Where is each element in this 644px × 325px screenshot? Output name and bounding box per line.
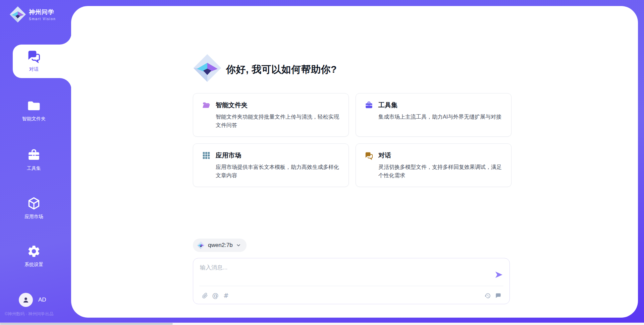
attachment-button[interactable] xyxy=(200,291,209,300)
send-button[interactable] xyxy=(494,270,503,280)
toolbox-icon xyxy=(365,101,373,110)
hashtag-button[interactable]: # xyxy=(221,291,231,300)
card-description: 智能文件夹功能支持批量文件上传与清洗，轻松实现文件问答 xyxy=(216,113,344,129)
card-description: 集成市场上主流工具，助力AI与外界无缝扩展与对接 xyxy=(378,113,506,121)
card-toolset[interactable]: 工具集 集成市场上主流工具，助力AI与外界无缝扩展与对接 xyxy=(356,93,512,137)
main-panel: 你好, 我可以如何帮助你? 智能文件夹 智能文件夹功能支持批量文件上传与清洗，轻… xyxy=(71,6,638,318)
sidebar-item-toolset[interactable]: 工具集 xyxy=(9,148,58,172)
avatar xyxy=(19,293,33,307)
model-name: qwen2:7b xyxy=(208,242,233,249)
card-smart-folder[interactable]: 智能文件夹 智能文件夹功能支持批量文件上传与清洗，轻松实现文件问答 xyxy=(193,93,349,137)
card-title: 工具集 xyxy=(378,101,397,110)
sidebar-item-label: 对话 xyxy=(9,66,58,72)
chat-bubbles-icon xyxy=(365,151,373,160)
brand: 神州问学 Smart Vision xyxy=(9,6,56,23)
horizontal-scrollbar[interactable] xyxy=(0,323,644,325)
card-title: 智能文件夹 xyxy=(216,101,248,110)
card-app-market[interactable]: 应用市场 应用市场提供丰富长文本模板，助力高效生成多样化文章内容 xyxy=(193,143,349,187)
card-description: 应用市场提供丰富长文本模板，助力高效生成多样化文章内容 xyxy=(216,163,344,180)
greeting-title: 你好, 我可以如何帮助你? xyxy=(226,63,337,76)
brand-name: 神州问学 xyxy=(29,8,56,16)
toolbox-icon xyxy=(27,148,41,162)
card-description: 灵活切换多模型文件，支持多样回复效果调试，满足个性化需求 xyxy=(378,163,506,180)
chat-bubbles-icon xyxy=(27,49,41,63)
user-menu[interactable]: AD xyxy=(19,293,46,307)
card-title: 应用市场 xyxy=(216,151,241,160)
sidebar-item-label: 系统设置 xyxy=(9,262,58,268)
send-icon xyxy=(494,270,503,279)
gear-icon xyxy=(27,244,41,258)
history-icon xyxy=(484,292,491,299)
mention-button[interactable]: @ xyxy=(211,291,220,300)
sidebar-item-label: 工具集 xyxy=(9,166,58,172)
history-button[interactable] xyxy=(483,291,492,300)
composer-divider xyxy=(199,286,503,286)
folder-open-icon xyxy=(202,101,211,110)
hashtag-icon: # xyxy=(223,292,229,299)
folder-icon xyxy=(27,99,41,113)
sidebar-item-label: 应用市场 xyxy=(9,214,58,220)
sidebar-item-settings[interactable]: 系统设置 xyxy=(9,244,58,268)
card-chat[interactable]: 对话 灵活切换多模型文件，支持多样回复效果调试，满足个性化需求 xyxy=(356,143,512,187)
person-icon xyxy=(21,296,30,304)
message-input[interactable] xyxy=(200,264,482,284)
diamond-logo-icon xyxy=(197,241,205,249)
diamond-logo-icon xyxy=(9,6,26,23)
sidebar: 神州问学 Smart Vision 对话 智能文件夹 工具集 应用市场 xyxy=(0,0,71,325)
model-selector[interactable]: qwen2:7b xyxy=(193,239,247,252)
scrollbar-thumb[interactable] xyxy=(0,323,173,325)
feature-cards: 智能文件夹 智能文件夹功能支持批量文件上传与清洗，轻松实现文件问答 工具集 集成… xyxy=(193,93,512,187)
apps-grid-icon xyxy=(202,151,211,160)
sidebar-footer: ©神州数码 · 神州问学出品 xyxy=(5,311,70,317)
composer: @ # xyxy=(193,258,510,304)
user-initials: AD xyxy=(38,297,46,303)
brand-subtitle: Smart Vision xyxy=(29,17,56,21)
feedback-button[interactable] xyxy=(493,291,503,300)
sidebar-item-app-market[interactable]: 应用市场 xyxy=(9,196,58,220)
sidebar-item-smart-folder[interactable]: 智能文件夹 xyxy=(9,99,58,122)
greeting-diamond-logo-icon xyxy=(193,54,222,82)
cube-icon xyxy=(27,196,41,210)
sidebar-item-label: 智能文件夹 xyxy=(9,116,58,122)
card-title: 对话 xyxy=(378,151,391,160)
sidebar-item-chat[interactable]: 对话 xyxy=(9,49,58,72)
attachment-icon xyxy=(202,292,208,299)
chevron-down-icon xyxy=(236,243,241,248)
feedback-bubble-icon xyxy=(495,292,501,299)
mention-icon: @ xyxy=(212,292,219,299)
